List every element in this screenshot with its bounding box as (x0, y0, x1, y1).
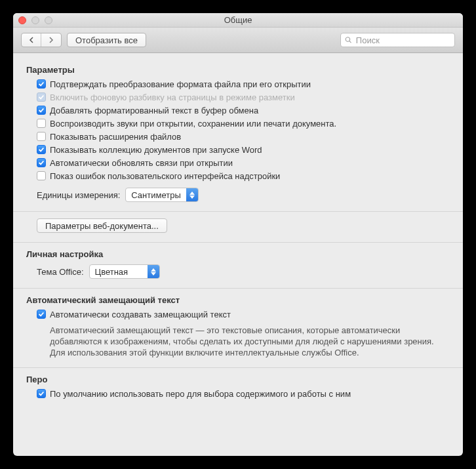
param-label: Показывать расширения файлов (50, 131, 181, 143)
search-icon (345, 36, 352, 44)
show-all-button[interactable]: Отобразить все (67, 33, 146, 47)
search-field[interactable] (340, 33, 455, 47)
param-checkbox[interactable] (37, 79, 46, 89)
divider (13, 211, 463, 212)
theme-label: Тема Office: (37, 267, 84, 277)
window-title: Общие (13, 15, 463, 25)
param-checkbox[interactable] (37, 145, 46, 154)
forward-button[interactable] (41, 33, 61, 47)
units-select[interactable]: Сантиметры (125, 188, 198, 202)
preferences-window: Общие Отобразить все Параметры Подтвержд… (13, 13, 463, 456)
param-option: Показ ошибок пользовательского интерфейс… (37, 171, 450, 182)
param-option: Воспроизводить звуки при открытии, сохра… (37, 118, 450, 130)
section-title-personal: Личная настройка (26, 249, 450, 259)
param-checkbox[interactable] (37, 158, 46, 167)
alttext-checkbox-row: Автоматически создавать замещающий текст (37, 309, 450, 321)
param-label: Добавлять форматированный текст в буфер … (50, 105, 258, 117)
param-option: Подтверждать преобразование формата файл… (37, 79, 450, 91)
alttext-checkbox[interactable] (37, 310, 46, 319)
zoom-icon (45, 16, 52, 24)
divider (13, 367, 463, 368)
window-controls (18, 16, 52, 24)
units-value: Сантиметры (126, 190, 186, 200)
param-checkbox (37, 92, 46, 102)
divider (13, 242, 463, 243)
alttext-description: Автоматический замещающий текст — это те… (50, 325, 450, 358)
divider (13, 288, 463, 289)
content-area: Параметры Подтверждать преобразование фо… (13, 53, 463, 456)
param-option: Автоматически обновлять связи при открыт… (37, 157, 450, 169)
param-checkbox[interactable] (37, 171, 46, 180)
pen-checkbox[interactable] (37, 389, 46, 398)
theme-select[interactable]: Цветная (89, 264, 160, 279)
param-checkbox[interactable] (37, 106, 46, 115)
param-label: Автоматически обновлять связи при открыт… (50, 157, 233, 169)
close-icon[interactable] (18, 16, 26, 24)
back-button[interactable] (22, 33, 41, 47)
param-label: Показывать коллекцию документов при запу… (50, 144, 262, 156)
param-option: Добавлять форматированный текст в буфер … (37, 105, 450, 117)
param-label: Подтверждать преобразование формата файл… (50, 79, 311, 91)
units-row: Единицы измерения: Сантиметры (37, 188, 450, 202)
pen-checkbox-row: По умолчанию использовать перо для выбор… (37, 388, 450, 400)
param-checkbox[interactable] (37, 119, 46, 128)
param-checkbox[interactable] (37, 132, 46, 141)
pen-checkbox-label: По умолчанию использовать перо для выбор… (50, 388, 351, 400)
param-label: Включить фоновую разбивку на страницы в … (50, 92, 295, 104)
param-option: Показывать расширения файлов (37, 131, 450, 143)
param-option: Включить фоновую разбивку на страницы в … (37, 92, 450, 104)
toolbar: Отобразить все (13, 28, 463, 53)
param-option: Показывать коллекцию документов при запу… (37, 144, 450, 156)
select-stepper-icon (148, 265, 159, 278)
nav-segment (21, 33, 62, 47)
alttext-checkbox-label: Автоматически создавать замещающий текст (50, 309, 231, 321)
web-document-options-button[interactable]: Параметры веб-документа... (37, 218, 167, 233)
theme-value: Цветная (90, 267, 148, 277)
theme-row: Тема Office: Цветная (37, 264, 450, 279)
units-label: Единицы измерения: (37, 190, 120, 200)
search-input[interactable] (355, 35, 450, 46)
param-label: Воспроизводить звуки при открытии, сохра… (50, 118, 336, 130)
section-title-alttext: Автоматический замещающий текст (26, 295, 450, 305)
minimize-icon (31, 16, 39, 24)
section-title-params: Параметры (26, 65, 450, 75)
section-title-pen: Перо (26, 375, 450, 384)
select-stepper-icon (186, 188, 198, 201)
param-label: Показ ошибок пользовательского интерфейс… (50, 171, 280, 182)
titlebar: Общие (13, 13, 463, 28)
